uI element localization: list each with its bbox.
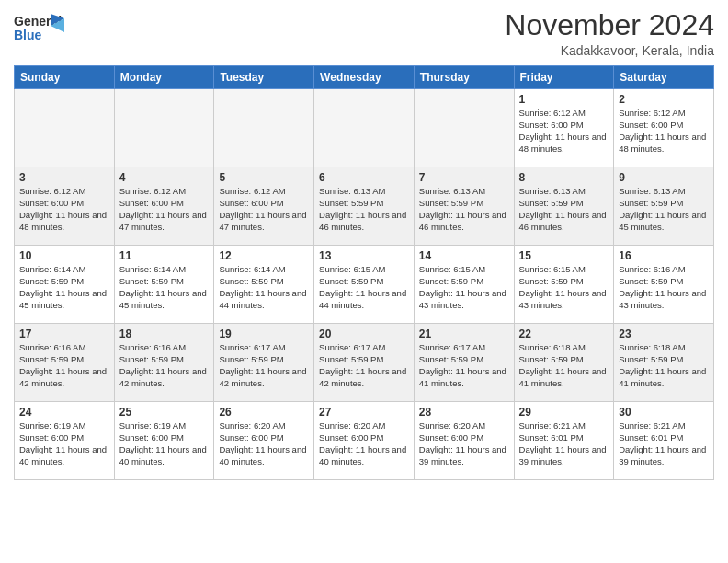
day-info: Sunrise: 6:15 AMSunset: 5:59 PMDaylight:… xyxy=(319,264,409,311)
day-number: 6 xyxy=(319,171,409,184)
day-number: 14 xyxy=(419,249,509,262)
day-number: 19 xyxy=(219,327,309,340)
location-title: Kadakkavoor, Kerala, India xyxy=(505,43,714,58)
calendar-week-3: 10Sunrise: 6:14 AMSunset: 5:59 PMDayligh… xyxy=(15,246,714,324)
day-info: Sunrise: 6:12 AMSunset: 6:00 PMDaylight:… xyxy=(19,186,109,233)
calendar-cell: 15Sunrise: 6:15 AMSunset: 5:59 PMDayligh… xyxy=(514,246,614,324)
col-tuesday: Tuesday xyxy=(214,66,314,89)
calendar-cell xyxy=(114,89,214,167)
day-info: Sunrise: 6:14 AMSunset: 5:59 PMDaylight:… xyxy=(219,264,309,311)
calendar-cell: 30Sunrise: 6:21 AMSunset: 6:01 PMDayligh… xyxy=(614,402,714,480)
calendar-cell: 25Sunrise: 6:19 AMSunset: 6:00 PMDayligh… xyxy=(114,402,214,480)
calendar-cell: 22Sunrise: 6:18 AMSunset: 5:59 PMDayligh… xyxy=(514,324,614,402)
day-info: Sunrise: 6:16 AMSunset: 5:59 PMDaylight:… xyxy=(19,342,109,389)
day-info: Sunrise: 6:21 AMSunset: 6:01 PMDaylight:… xyxy=(619,420,709,467)
calendar-cell: 20Sunrise: 6:17 AMSunset: 5:59 PMDayligh… xyxy=(314,324,415,402)
day-number: 28 xyxy=(419,406,509,419)
day-number: 10 xyxy=(19,249,109,262)
calendar-cell: 26Sunrise: 6:20 AMSunset: 6:00 PMDayligh… xyxy=(214,402,314,480)
calendar-header-row: Sunday Monday Tuesday Wednesday Thursday… xyxy=(15,66,714,89)
day-info: Sunrise: 6:12 AMSunset: 6:00 PMDaylight:… xyxy=(119,186,210,233)
calendar-table: Sunday Monday Tuesday Wednesday Thursday… xyxy=(14,65,714,480)
day-number: 26 xyxy=(219,406,309,419)
calendar-cell xyxy=(15,89,115,167)
day-info: Sunrise: 6:17 AMSunset: 5:59 PMDaylight:… xyxy=(419,342,509,389)
day-number: 13 xyxy=(319,249,409,262)
day-info: Sunrise: 6:16 AMSunset: 5:59 PMDaylight:… xyxy=(619,264,709,311)
calendar-cell: 21Sunrise: 6:17 AMSunset: 5:59 PMDayligh… xyxy=(414,324,514,402)
day-info: Sunrise: 6:18 AMSunset: 5:59 PMDaylight:… xyxy=(519,342,609,389)
day-number: 1 xyxy=(519,93,609,106)
day-number: 17 xyxy=(19,327,109,340)
day-info: Sunrise: 6:20 AMSunset: 6:00 PMDaylight:… xyxy=(319,420,409,467)
col-thursday: Thursday xyxy=(414,66,514,89)
col-sunday: Sunday xyxy=(15,66,115,89)
day-info: Sunrise: 6:18 AMSunset: 5:59 PMDaylight:… xyxy=(619,342,709,389)
calendar-cell: 18Sunrise: 6:16 AMSunset: 5:59 PMDayligh… xyxy=(114,324,214,402)
day-info: Sunrise: 6:13 AMSunset: 5:59 PMDaylight:… xyxy=(419,186,509,233)
day-info: Sunrise: 6:19 AMSunset: 6:00 PMDaylight:… xyxy=(19,420,109,467)
day-number: 4 xyxy=(119,171,210,184)
day-number: 18 xyxy=(119,327,210,340)
day-number: 22 xyxy=(519,327,609,340)
calendar-cell: 19Sunrise: 6:17 AMSunset: 5:59 PMDayligh… xyxy=(214,324,314,402)
calendar-cell: 11Sunrise: 6:14 AMSunset: 5:59 PMDayligh… xyxy=(114,246,214,324)
calendar-week-4: 17Sunrise: 6:16 AMSunset: 5:59 PMDayligh… xyxy=(15,324,714,402)
day-info: Sunrise: 6:21 AMSunset: 6:01 PMDaylight:… xyxy=(519,420,609,467)
calendar-cell: 23Sunrise: 6:18 AMSunset: 5:59 PMDayligh… xyxy=(614,324,714,402)
day-number: 3 xyxy=(19,171,109,184)
calendar-cell: 4Sunrise: 6:12 AMSunset: 6:00 PMDaylight… xyxy=(114,167,214,246)
calendar-cell: 14Sunrise: 6:15 AMSunset: 5:59 PMDayligh… xyxy=(414,246,514,324)
calendar-cell: 28Sunrise: 6:20 AMSunset: 6:00 PMDayligh… xyxy=(414,402,514,480)
day-number: 5 xyxy=(219,171,309,184)
calendar-cell: 1Sunrise: 6:12 AMSunset: 6:00 PMDaylight… xyxy=(514,89,614,167)
day-number: 2 xyxy=(619,93,709,106)
day-number: 27 xyxy=(319,406,409,419)
day-info: Sunrise: 6:13 AMSunset: 5:59 PMDaylight:… xyxy=(619,186,709,233)
day-number: 8 xyxy=(519,171,609,184)
logo-icon: General Blue xyxy=(14,9,64,51)
calendar-cell: 3Sunrise: 6:12 AMSunset: 6:00 PMDaylight… xyxy=(15,167,115,246)
calendar-week-5: 24Sunrise: 6:19 AMSunset: 6:00 PMDayligh… xyxy=(15,402,714,480)
day-info: Sunrise: 6:13 AMSunset: 5:59 PMDaylight:… xyxy=(319,186,409,233)
day-info: Sunrise: 6:17 AMSunset: 5:59 PMDaylight:… xyxy=(319,342,409,389)
day-info: Sunrise: 6:12 AMSunset: 6:00 PMDaylight:… xyxy=(619,108,709,155)
col-wednesday: Wednesday xyxy=(314,66,415,89)
col-monday: Monday xyxy=(114,66,214,89)
col-saturday: Saturday xyxy=(614,66,714,89)
calendar-cell: 16Sunrise: 6:16 AMSunset: 5:59 PMDayligh… xyxy=(614,246,714,324)
logo: General Blue xyxy=(14,9,66,51)
calendar-cell: 9Sunrise: 6:13 AMSunset: 5:59 PMDaylight… xyxy=(614,167,714,246)
day-info: Sunrise: 6:14 AMSunset: 5:59 PMDaylight:… xyxy=(119,264,210,311)
day-info: Sunrise: 6:19 AMSunset: 6:00 PMDaylight:… xyxy=(119,420,210,467)
day-number: 23 xyxy=(619,327,709,340)
calendar-cell: 5Sunrise: 6:12 AMSunset: 6:00 PMDaylight… xyxy=(214,167,314,246)
calendar-cell: 12Sunrise: 6:14 AMSunset: 5:59 PMDayligh… xyxy=(214,246,314,324)
svg-text:Blue: Blue xyxy=(14,28,42,42)
day-info: Sunrise: 6:15 AMSunset: 5:59 PMDaylight:… xyxy=(519,264,609,311)
day-number: 24 xyxy=(19,406,109,419)
day-info: Sunrise: 6:20 AMSunset: 6:00 PMDaylight:… xyxy=(219,420,309,467)
calendar-cell: 8Sunrise: 6:13 AMSunset: 5:59 PMDaylight… xyxy=(514,167,614,246)
month-title: November 2024 xyxy=(505,9,714,41)
title-block: November 2024 Kadakkavoor, Kerala, India xyxy=(505,9,714,58)
day-info: Sunrise: 6:13 AMSunset: 5:59 PMDaylight:… xyxy=(519,186,609,233)
day-number: 30 xyxy=(619,406,709,419)
day-info: Sunrise: 6:15 AMSunset: 5:59 PMDaylight:… xyxy=(419,264,509,311)
day-info: Sunrise: 6:20 AMSunset: 6:00 PMDaylight:… xyxy=(419,420,509,467)
calendar-cell xyxy=(214,89,314,167)
calendar-cell: 29Sunrise: 6:21 AMSunset: 6:01 PMDayligh… xyxy=(514,402,614,480)
day-info: Sunrise: 6:14 AMSunset: 5:59 PMDaylight:… xyxy=(19,264,109,311)
calendar-cell: 7Sunrise: 6:13 AMSunset: 5:59 PMDaylight… xyxy=(414,167,514,246)
day-info: Sunrise: 6:12 AMSunset: 6:00 PMDaylight:… xyxy=(219,186,309,233)
calendar-cell: 6Sunrise: 6:13 AMSunset: 5:59 PMDaylight… xyxy=(314,167,415,246)
calendar-cell: 10Sunrise: 6:14 AMSunset: 5:59 PMDayligh… xyxy=(15,246,115,324)
day-number: 7 xyxy=(419,171,509,184)
calendar-cell xyxy=(414,89,514,167)
calendar-week-1: 1Sunrise: 6:12 AMSunset: 6:00 PMDaylight… xyxy=(15,89,714,167)
day-number: 12 xyxy=(219,249,309,262)
page: General Blue November 2024 Kadakkavoor, … xyxy=(0,0,728,489)
header: General Blue November 2024 Kadakkavoor, … xyxy=(14,9,714,58)
calendar-cell: 2Sunrise: 6:12 AMSunset: 6:00 PMDaylight… xyxy=(614,89,714,167)
calendar-cell xyxy=(314,89,415,167)
